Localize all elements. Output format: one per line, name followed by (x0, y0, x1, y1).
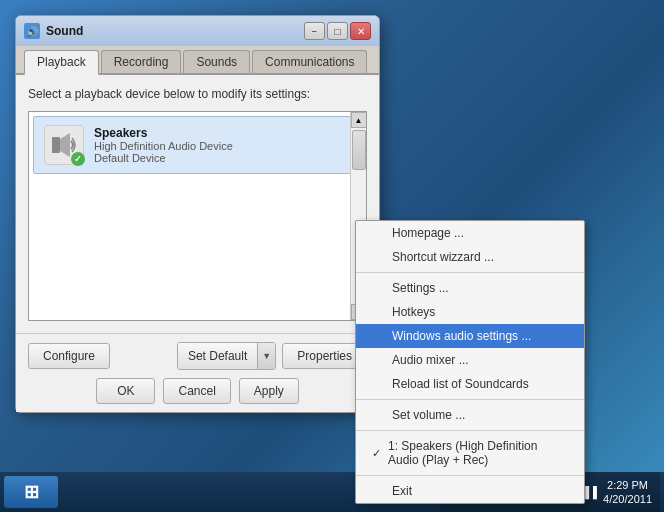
menu-item-hotkeys[interactable]: Hotkeys (356, 300, 584, 324)
tab-recording[interactable]: Recording (101, 50, 182, 73)
device-item-speakers[interactable]: ✓ Speakers High Definition Audio Device … (33, 116, 362, 174)
menu-item-homepage[interactable]: Homepage ... (356, 221, 584, 245)
set-default-group[interactable]: Set Default ▼ (177, 342, 276, 370)
desktop: 🔊 Sound − □ ✕ Playback Recording Sounds … (0, 0, 664, 512)
menu-separator-1 (356, 272, 584, 273)
menu-item-speakers-device[interactable]: ✓ 1: Speakers (High Definition Audio (Pl… (356, 434, 584, 472)
scroll-thumb[interactable] (352, 130, 366, 170)
tab-communications[interactable]: Communications (252, 50, 367, 73)
device-status: Default Device (94, 152, 351, 164)
device-type: High Definition Audio Device (94, 140, 351, 152)
configure-button[interactable]: Configure (28, 343, 110, 369)
apply-button[interactable]: Apply (239, 378, 299, 404)
footer-left: Configure (28, 343, 110, 369)
tab-bar: Playback Recording Sounds Communications (16, 46, 379, 75)
cancel-button[interactable]: Cancel (163, 378, 230, 404)
footer-row: Configure Set Default ▼ Properties (28, 342, 367, 370)
scroll-up[interactable]: ▲ (351, 112, 367, 128)
dialog-content: Select a playback device below to modify… (16, 75, 379, 333)
sound-icon: 🔊 (24, 23, 40, 39)
menu-separator-2 (356, 399, 584, 400)
svg-marker-1 (60, 133, 70, 157)
window-controls: − □ ✕ (304, 22, 371, 40)
dialog-footer: Configure Set Default ▼ Properties OK Ca… (16, 333, 379, 412)
set-default-dropdown[interactable]: ▼ (257, 343, 275, 369)
svg-rect-0 (52, 137, 60, 153)
menu-separator-4 (356, 475, 584, 476)
ok-button[interactable]: OK (96, 378, 155, 404)
menu-item-set-volume[interactable]: Set volume ... (356, 403, 584, 427)
dialog-description: Select a playback device below to modify… (28, 87, 367, 101)
tab-playback[interactable]: Playback (24, 50, 99, 75)
device-name: Speakers (94, 126, 351, 140)
default-check-badge: ✓ (71, 152, 85, 166)
menu-item-settings[interactable]: Settings ... (356, 276, 584, 300)
sound-dialog: 🔊 Sound − □ ✕ Playback Recording Sounds … (15, 15, 380, 413)
device-list[interactable]: ✓ Speakers High Definition Audio Device … (28, 111, 367, 321)
minimize-button[interactable]: − (304, 22, 325, 40)
menu-item-reload-soundcards[interactable]: Reload list of Soundcards (356, 372, 584, 396)
menu-separator-3 (356, 430, 584, 431)
dialog-titlebar: 🔊 Sound − □ ✕ (16, 16, 379, 46)
menu-item-shortcut-wizard[interactable]: Shortcut wizzard ... (356, 245, 584, 269)
maximize-button[interactable]: □ (327, 22, 348, 40)
set-default-button[interactable]: Set Default (178, 343, 257, 369)
menu-item-windows-audio[interactable]: Windows audio settings ... (356, 324, 584, 348)
confirm-buttons: OK Cancel Apply (28, 378, 367, 404)
footer-center: Set Default ▼ Properties (177, 342, 367, 370)
dialog-title: 🔊 Sound (24, 23, 83, 39)
menu-item-exit[interactable]: Exit (356, 479, 584, 503)
tray-clock[interactable]: 2:29 PM 4/20/2011 (603, 478, 652, 507)
device-icon: ✓ (44, 125, 84, 165)
close-button[interactable]: ✕ (350, 22, 371, 40)
device-info: Speakers High Definition Audio Device De… (94, 126, 351, 164)
tab-sounds[interactable]: Sounds (183, 50, 250, 73)
menu-item-audio-mixer[interactable]: Audio mixer ... (356, 348, 584, 372)
start-button[interactable]: ⊞ (4, 476, 58, 508)
context-menu: Homepage ... Shortcut wizzard ... Settin… (355, 220, 585, 504)
title-text: Sound (46, 24, 83, 38)
